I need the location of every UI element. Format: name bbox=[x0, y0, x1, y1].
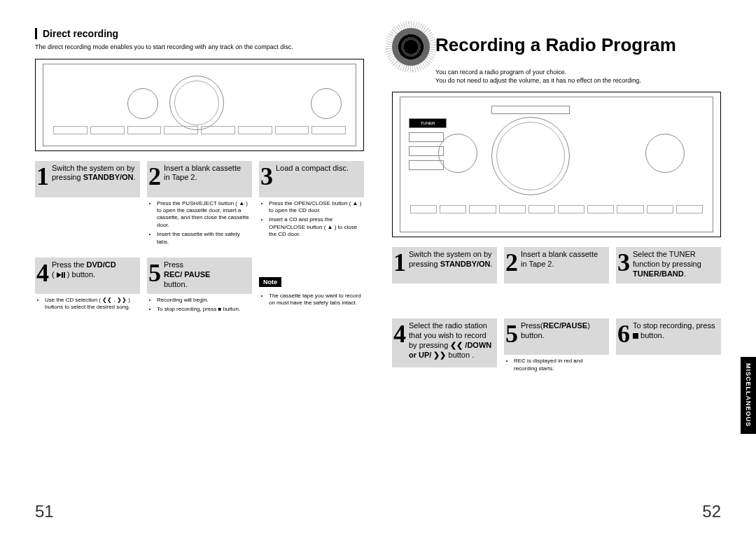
step-number: 6 bbox=[617, 321, 630, 346]
step-text: Insert a blank cassette in Tape 2. bbox=[164, 164, 248, 183]
page-number: 51 bbox=[35, 502, 54, 521]
step-number: 4 bbox=[36, 260, 49, 286]
step-number: 3 bbox=[617, 250, 630, 275]
step-3: 3 Select the TUNER function by pressing … bbox=[616, 247, 721, 283]
step-5: 5 Press(REC/PAUSE) button. REC is displa… bbox=[504, 318, 609, 377]
step-text: Press REC/ PAUSEbutton. bbox=[164, 260, 210, 289]
steps-row-1r: 1 Switch the system on by pressing STAND… bbox=[392, 247, 721, 283]
section-heading: Direct recording bbox=[35, 28, 364, 39]
side-tab: MISCELLANEOUS bbox=[741, 357, 756, 434]
step-number: 2 bbox=[505, 250, 518, 275]
device-diagram-left bbox=[35, 59, 364, 151]
step-4: 4 Press the DVD/CD ( ) button. Use the C… bbox=[35, 258, 140, 318]
step-3: 3 Load a compact disc. Press the OPEN/CL… bbox=[259, 161, 364, 251]
step-6: 6 To stop recording, press button. bbox=[616, 318, 721, 377]
play-icon bbox=[57, 272, 62, 278]
title-row: Recording a Radio Program bbox=[392, 28, 721, 66]
step-text: Insert a blank cassette in Tape 2. bbox=[521, 250, 605, 269]
step-number: 1 bbox=[393, 250, 406, 275]
note-text: The cassette tape you want to record on … bbox=[259, 290, 364, 312]
step-1: 1 Switch the system on by pressing STAND… bbox=[35, 161, 140, 251]
section-description: The direct recording mode enables you to… bbox=[35, 43, 364, 52]
page-51: Direct recording The direct recording mo… bbox=[0, 0, 378, 534]
step-number: 3 bbox=[260, 164, 273, 189]
stop-icon bbox=[633, 333, 638, 339]
step-number: 5 bbox=[148, 260, 161, 286]
step-4: 4 Select the radio station that you wish… bbox=[392, 318, 497, 377]
step-2: 2 Insert a blank cassette in Tape 2. bbox=[504, 247, 609, 283]
step-number: 2 bbox=[148, 164, 161, 189]
step-1: 1 Switch the system on by pressing STAND… bbox=[392, 247, 497, 283]
step-detail: Press the PUSH/EJECT button ( ▲ ) to ope… bbox=[147, 197, 252, 251]
note-label: Note bbox=[259, 277, 281, 287]
step-text: Select the radio station that you wish t… bbox=[409, 321, 493, 360]
steps-row-1: 1 Switch the system on by pressing STAND… bbox=[35, 161, 364, 251]
step-text: Load a compact disc. bbox=[276, 164, 349, 174]
step-detail: Use the CD selection ( ❮❮ , ❯❯ ) buttons… bbox=[35, 294, 140, 316]
note-block: Note The cassette tape you want to recor… bbox=[259, 258, 364, 318]
page-spread: Direct recording The direct recording mo… bbox=[0, 0, 756, 534]
steps-row-2: 4 Press the DVD/CD ( ) button. Use the C… bbox=[35, 258, 364, 318]
step-text: Select the TUNER function by pressing TU… bbox=[633, 250, 717, 279]
step-text: To stop recording, press button. bbox=[633, 321, 717, 341]
step-text: Press the DVD/CD ( ) button. bbox=[52, 260, 116, 280]
step-text: Press(REC/PAUSE) button. bbox=[521, 321, 605, 341]
step-number: 4 bbox=[393, 321, 406, 346]
step-5: 5 Press REC/ PAUSEbutton. Recording will… bbox=[147, 258, 252, 318]
intro-text: You can record a radio program of your c… bbox=[435, 69, 721, 85]
pause-icon bbox=[62, 272, 63, 278]
tuner-label: TUNER bbox=[409, 118, 447, 128]
device-diagram-right: TUNER bbox=[392, 92, 721, 237]
page-title: Recording a Radio Program bbox=[435, 34, 676, 56]
step-text: Switch the system on by pressing STANDBY… bbox=[52, 164, 136, 183]
step-number: 1 bbox=[36, 164, 49, 189]
step-number: 5 bbox=[505, 321, 518, 346]
speaker-icon bbox=[392, 28, 430, 66]
step-detail: REC is displayed in red and recording st… bbox=[504, 355, 609, 377]
step-detail: Press the OPEN/CLOSE button ( ▲ ) to ope… bbox=[259, 197, 364, 244]
step-2: 2 Insert a blank cassette in Tape 2. Pre… bbox=[147, 161, 252, 251]
page-52: Recording a Radio Program You can record… bbox=[378, 0, 756, 534]
step-detail: Recording will begin. To stop recording,… bbox=[147, 294, 252, 318]
steps-row-2r: 4 Select the radio station that you wish… bbox=[392, 318, 721, 377]
step-text: Switch the system on by pressing STANDBY… bbox=[409, 250, 493, 269]
page-number: 52 bbox=[702, 502, 721, 521]
